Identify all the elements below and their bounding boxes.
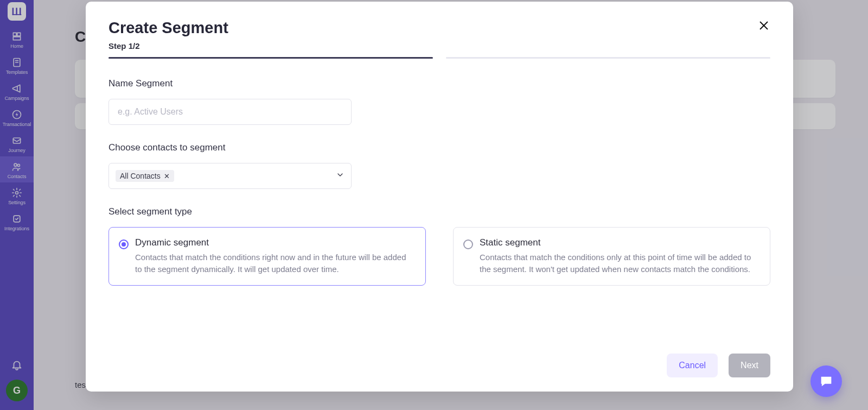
- name-segment-label: Name Segment: [108, 78, 770, 89]
- create-segment-modal: Create Segment Step 1/2 Name Segment Cho…: [86, 2, 793, 392]
- segment-type-dynamic[interactable]: Dynamic segment Contacts that match the …: [108, 227, 426, 286]
- radio-icon: [119, 239, 129, 249]
- contacts-select[interactable]: All Contacts ✕: [108, 163, 352, 189]
- close-icon: [757, 19, 770, 32]
- type-card-desc: Contacts that match the conditions right…: [135, 251, 414, 275]
- chevron-down-icon: [336, 171, 344, 181]
- chip-remove-icon[interactable]: ✕: [164, 172, 170, 180]
- chat-widget-button[interactable]: [810, 365, 842, 397]
- segment-name-input[interactable]: [108, 99, 352, 125]
- progress-step-1: [108, 57, 433, 59]
- close-button[interactable]: [757, 19, 770, 35]
- segment-type-label: Select segment type: [108, 206, 770, 217]
- radio-icon: [463, 239, 473, 249]
- selected-contacts-chip: All Contacts ✕: [116, 170, 174, 182]
- segment-type-static[interactable]: Static segment Contacts that match the c…: [453, 227, 770, 286]
- chat-icon: [819, 374, 834, 389]
- next-button[interactable]: Next: [729, 354, 770, 377]
- chip-label: All Contacts: [120, 172, 161, 180]
- choose-contacts-label: Choose contacts to segment: [108, 142, 770, 153]
- modal-title: Create Segment: [108, 19, 228, 37]
- step-indicator: Step 1/2: [108, 41, 228, 51]
- progress-bar: [108, 57, 770, 59]
- cancel-button[interactable]: Cancel: [667, 354, 718, 377]
- progress-step-2: [446, 57, 770, 59]
- type-card-title: Static segment: [480, 237, 759, 248]
- type-card-title: Dynamic segment: [135, 237, 414, 248]
- type-card-desc: Contacts that match the conditions only …: [480, 251, 759, 275]
